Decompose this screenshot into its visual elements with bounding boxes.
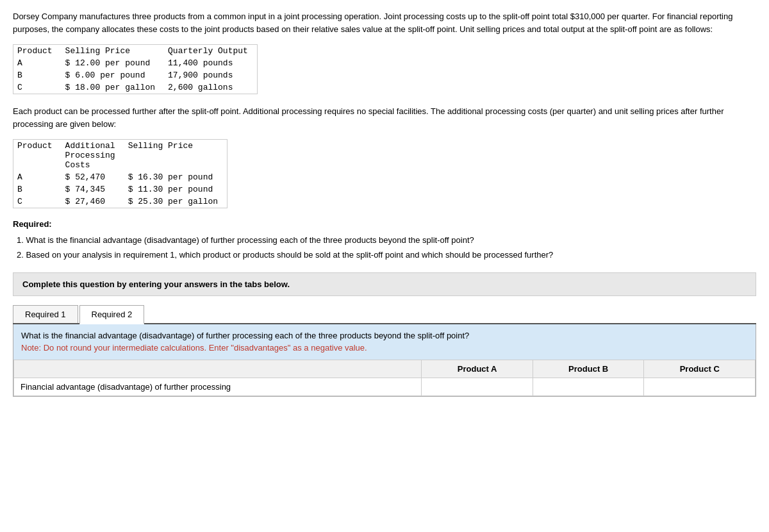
costs-cell: $ 52,470 bbox=[62, 171, 124, 183]
output-cell: 2,600 gallons bbox=[164, 81, 257, 94]
table-row: B $ 6.00 per pound 17,900 pounds bbox=[13, 69, 257, 81]
product-b-input-cell[interactable] bbox=[533, 378, 644, 395]
product-b-input[interactable] bbox=[533, 378, 644, 395]
product-cell: C bbox=[13, 81, 62, 94]
product-a-input[interactable] bbox=[422, 378, 533, 395]
first-table-col3-header: Quarterly Output bbox=[164, 45, 257, 57]
selling-price-cell: $ 16.30 per pound bbox=[124, 171, 227, 183]
selling-price-cell: $ 18.00 per gallon bbox=[62, 81, 164, 94]
table-row: A $ 52,470 $ 16.30 per pound bbox=[13, 171, 227, 183]
required-item: 1. What is the financial advantage (disa… bbox=[17, 234, 756, 247]
output-cell: 11,400 pounds bbox=[164, 57, 257, 69]
product-header-product-a: Product A bbox=[422, 360, 533, 378]
table-row: C $ 27,460 $ 25.30 per gallon bbox=[13, 195, 227, 208]
required-list: 1. What is the financial advantage (disa… bbox=[13, 234, 756, 262]
second-table-col1-header: Product bbox=[13, 140, 62, 171]
costs-cell: $ 27,460 bbox=[62, 195, 124, 208]
second-table-col2-header: Additional Processing Costs bbox=[62, 140, 124, 171]
required-label: Required: bbox=[13, 219, 756, 229]
second-table-wrapper: Product Additional Processing Costs Sell… bbox=[13, 139, 227, 208]
each-product-paragraph: Each product can be processed further af… bbox=[13, 105, 756, 130]
tab-req2[interactable]: Required 2 bbox=[79, 305, 145, 324]
costs-cell: $ 74,345 bbox=[62, 183, 124, 195]
table-row: B $ 74,345 $ 11.30 per pound bbox=[13, 183, 227, 195]
product-cell: B bbox=[13, 69, 62, 81]
selling-price-cell: $ 25.30 per gallon bbox=[124, 195, 227, 208]
first-product-table: Product Selling Price Quarterly Output A… bbox=[13, 45, 257, 94]
tab-content-area: What is the financial advantage (disadva… bbox=[13, 324, 756, 397]
product-header-product-b: Product B bbox=[533, 360, 644, 378]
product-cell: B bbox=[13, 183, 62, 195]
first-table-col1-header: Product bbox=[13, 45, 62, 57]
answer-table: Product AProduct BProduct C Financial ad… bbox=[13, 360, 756, 396]
selling-price-cell: $ 12.00 per pound bbox=[62, 57, 164, 69]
intro-paragraph: Dorsey Company manufactures three produc… bbox=[13, 10, 756, 35]
first-table-wrapper: Product Selling Price Quarterly Output A… bbox=[13, 44, 258, 94]
complete-box: Complete this question by entering your … bbox=[13, 272, 756, 296]
table-row: C $ 18.00 per gallon 2,600 gallons bbox=[13, 81, 257, 94]
table-row: A $ 12.00 per pound 11,400 pounds bbox=[13, 57, 257, 69]
second-product-table: Product Additional Processing Costs Sell… bbox=[13, 140, 227, 208]
answer-table-container: Product AProduct BProduct C Financial ad… bbox=[13, 360, 756, 396]
tab-req1[interactable]: Required 1 bbox=[13, 305, 78, 323]
product-a-input-cell[interactable] bbox=[422, 378, 533, 395]
product-cell: A bbox=[13, 171, 62, 183]
tab-question-text: What is the financial advantage (disadva… bbox=[21, 331, 469, 340]
empty-header bbox=[14, 360, 422, 378]
product-c-input[interactable] bbox=[644, 378, 755, 395]
selling-price-cell: $ 11.30 per pound bbox=[124, 183, 227, 195]
tab-note-text: Note: Do not round your intermediate cal… bbox=[21, 343, 367, 353]
tabs-row: Required 1Required 2 bbox=[13, 305, 756, 324]
required-item: 2. Based on your analysis in requirement… bbox=[17, 249, 756, 262]
product-c-input-cell[interactable] bbox=[644, 378, 756, 395]
row-label: Financial advantage (disadvantage) of fu… bbox=[14, 378, 422, 395]
product-header-product-c: Product C bbox=[644, 360, 756, 378]
tab-question: What is the financial advantage (disadva… bbox=[13, 324, 756, 360]
output-cell: 17,900 pounds bbox=[164, 69, 257, 81]
product-cell: C bbox=[13, 195, 62, 208]
table-row: Financial advantage (disadvantage) of fu… bbox=[14, 378, 756, 395]
first-table-col2-header: Selling Price bbox=[62, 45, 164, 57]
second-table-col3-header: Selling Price bbox=[124, 140, 227, 171]
selling-price-cell: $ 6.00 per pound bbox=[62, 69, 164, 81]
product-cell: A bbox=[13, 57, 62, 69]
